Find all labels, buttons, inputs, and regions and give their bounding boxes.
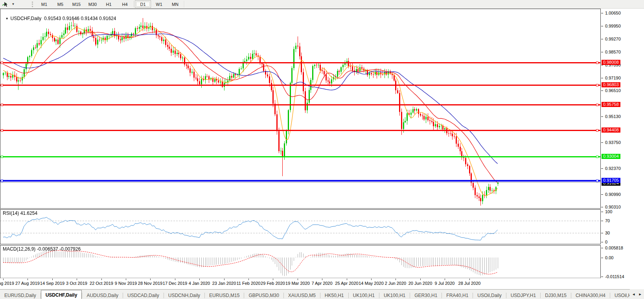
tab-scroll-right-button[interactable]: ► (637, 291, 643, 297)
timeframe-button-d1[interactable]: D1 (135, 0, 151, 8)
axis-tick-mark (601, 194, 603, 195)
axis-tick-mark (601, 248, 603, 248)
date-tick-mark (199, 279, 200, 280)
symbol-tab-usdcnh[interactable]: USDCNH,Daily (164, 292, 204, 299)
macd-indicator-label: MACD(12,26,9) -0.006537 -0.007926 (3, 246, 81, 252)
axis-tick-mark (601, 258, 603, 258)
symbol-tab-usdjpy[interactable]: USDJPY,H1 (506, 292, 540, 299)
rsi-tick-label: 0 (605, 240, 607, 244)
top-toolbar: ▼ M1M5M15M30H1H4D1W1MN (0, 0, 644, 9)
date-tick-mark (347, 279, 347, 280)
axis-tick-mark (601, 116, 603, 117)
symbol-tab-uk100[interactable]: UK100,H1 (349, 292, 379, 299)
rsi-indicator-label: RSI(14) 41.6254 (3, 210, 37, 216)
date-tick-mark (420, 279, 421, 280)
axis-tick-mark (601, 65, 603, 65)
symbol-tab-bar: EURUSD,DailyUSDCHF,DailyAUDUSD,DailyUSDC… (0, 289, 644, 299)
date-tick-mark (445, 279, 445, 280)
cursor-tool-dropdown[interactable]: ▼ (10, 0, 16, 8)
chart-symbol-period: USDCHF,Daily (11, 16, 42, 21)
axis-tick-mark (601, 90, 603, 91)
collapse-triangle-icon[interactable]: ▼ (6, 17, 9, 20)
date-label: 19 Mar 2020 (285, 281, 310, 286)
price-tick-label: 0.90990 (605, 192, 621, 197)
timeframe-button-m30[interactable]: M30 (85, 0, 101, 8)
hline-price-label: 0.91705 (602, 178, 620, 183)
date-tick-mark (175, 279, 175, 280)
timeframe-button-w1[interactable]: W1 (151, 0, 167, 8)
axis-tick-mark (601, 233, 603, 233)
symbol-tab-eurusd[interactable]: EURUSD,M15 (205, 292, 244, 299)
date-tick-mark (396, 279, 396, 280)
timeframe-button-m5[interactable]: M5 (52, 0, 68, 8)
date-label: 22 Oct 2019 (90, 281, 113, 286)
price-tick-label: 0.92370 (605, 166, 621, 171)
macd-tick-label: 0.00 (605, 255, 613, 260)
date-label: 9 Nov 2019 (115, 281, 137, 286)
symbol-tab-usoil[interactable]: USOil,Daily (473, 292, 506, 299)
timeframe-button-h4[interactable]: H4 (117, 0, 133, 8)
symbol-tab-usdchf[interactable]: USDCHF,Daily (41, 290, 82, 299)
date-label: 28 Nov 2019 (138, 281, 162, 286)
price-tick-label: 0.93750 (605, 140, 621, 145)
date-tick-mark (150, 279, 151, 280)
date-label: 29 Feb 2020 (261, 281, 285, 286)
toolbar-separator (134, 1, 134, 7)
symbol-tab-hk50[interactable]: HK50,H1 (320, 292, 348, 299)
date-tick-mark (101, 279, 102, 280)
date-tick-mark (273, 279, 273, 280)
chart-ohlc-values: 0.91543 0.91646 0.91434 0.91624 (44, 16, 116, 21)
symbol-tab-ger30[interactable]: GER30,H1 (410, 292, 442, 299)
axis-tick-mark (601, 212, 603, 212)
rsi-tick-label: 70 (605, 218, 610, 223)
timeframe-button-h1[interactable]: H1 (101, 0, 117, 8)
tab-scroll-left-button[interactable]: ◄ (631, 291, 637, 297)
price-tick-label: 1.00650 (605, 11, 621, 15)
symbol-tab-fra40[interactable]: FRA40,H1 (442, 292, 473, 299)
date-label: 2 Jun 2020 (385, 281, 406, 286)
rsi-tick-label: 30 (605, 231, 610, 235)
axis-tick-mark (601, 52, 603, 52)
symbol-tab-eurusd[interactable]: EURUSD,Daily (0, 292, 40, 299)
symbol-tab-dj30[interactable]: DJ30,M15 (541, 292, 571, 299)
cursor-tool-button[interactable] (0, 0, 10, 8)
macd-tick-label: -0.011514 (605, 274, 624, 279)
symbol-tab-gbpusd[interactable]: GBPUSD,M30 (244, 292, 283, 299)
timeframe-button-mn[interactable]: MN (167, 0, 183, 8)
date-label: 9 Jul 2020 (435, 281, 455, 286)
chart-title: ▼USDCHF,Daily 0.91543 0.91646 0.91434 0.… (3, 10, 116, 21)
date-label: 17 Dec 2019 (163, 281, 187, 286)
toolbar-grip[interactable] (32, 2, 33, 7)
arrow-right-icon: ► (638, 292, 642, 296)
axis-tick-mark (601, 39, 603, 39)
date-tick-mark (126, 279, 126, 280)
date-label: 20 Jun 2020 (408, 281, 432, 286)
date-label: 11 Feb 2020 (237, 281, 261, 286)
date-label: 7 Apr 2020 (311, 281, 332, 286)
hline-price-label: 0.95758 (602, 102, 620, 107)
symbol-tab-audusd[interactable]: AUDUSD,Daily (82, 292, 123, 299)
price-tick-label: 0.95130 (605, 114, 621, 119)
timeframe-button-m15[interactable]: M15 (68, 0, 85, 8)
date-tick-mark (248, 279, 249, 280)
symbol-tab-china300[interactable]: CHINA300,H4 (571, 292, 610, 299)
timeframe-button-m1[interactable]: M1 (36, 0, 52, 8)
chart-canvas[interactable] (0, 9, 601, 278)
axis-tick-mark (601, 207, 603, 207)
hline-price-label: 0.98008 (602, 60, 620, 65)
hline-price-label: 0.93004 (602, 154, 620, 159)
price-tick-label: 0.97190 (605, 76, 621, 80)
symbol-tab-usdcad[interactable]: USDCAD,Daily (123, 292, 164, 299)
date-tick-mark (298, 279, 298, 280)
date-label: 8 Aug 2019 (0, 281, 14, 286)
axis-tick-mark (601, 277, 603, 277)
axis-tick-mark (601, 242, 603, 242)
symbol-tab-xauusd[interactable]: XAUUSD,M5 (284, 292, 320, 299)
symbol-tab-uk100[interactable]: UK100,H1 (379, 292, 410, 299)
axis-tick-mark (601, 168, 603, 169)
tab-scroll-controls: ◄ ► (630, 289, 644, 299)
hline-price-label: 0.94408 (602, 127, 620, 133)
date-label: 28 Jul 2020 (458, 281, 481, 286)
date-tick-mark (322, 279, 322, 280)
date-label: 4 Jan 2020 (189, 281, 210, 286)
